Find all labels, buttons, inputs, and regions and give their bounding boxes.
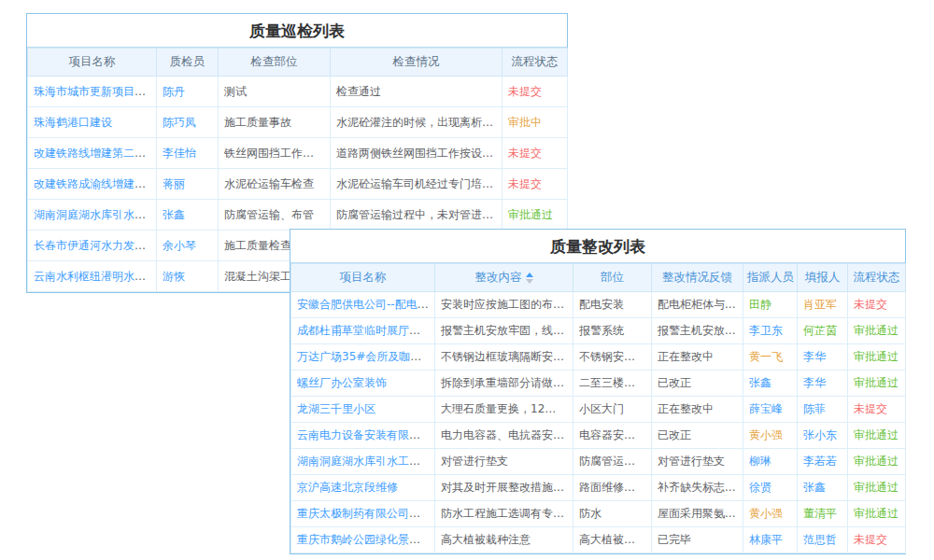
inspector-name-link-cell: 李佳怡 xyxy=(157,138,219,169)
inspection-situation-text-cell: 防腐管运输过程中，未对管进行... xyxy=(331,200,502,231)
project-name-link-cell: 龙湖三千里小区 xyxy=(291,397,435,423)
rectify-content-text: 高大植被栽种注意 xyxy=(441,533,531,546)
inspector-name-link[interactable]: 蒋丽 xyxy=(163,177,185,190)
rectify-part-text-cell: 防腐管运输... xyxy=(573,449,652,475)
status-text-cell: 审批通过 xyxy=(848,371,906,397)
rectify-part-text: 小区大门 xyxy=(579,402,624,415)
rectify-feedback-text-cell: 正在整改中 xyxy=(652,344,743,371)
project-name-link[interactable]: 重庆市鹅岭公园绿化景观提升... xyxy=(297,533,435,546)
status-text-cell: 未提交 xyxy=(848,527,906,553)
reporter-name-link-cell: 李华 xyxy=(798,371,848,397)
assignee-name-link[interactable]: 李卫东 xyxy=(749,324,783,337)
assignee-name-link-cell: 黄一飞 xyxy=(743,344,798,371)
rectify-content-text-cell: 大理石质量更换，12月31日之... xyxy=(435,397,573,423)
project-name-link[interactable]: 湖南洞庭湖水库引水工... xyxy=(34,208,156,221)
table-row: 安徽合肥供电公司--配电设备...安装时应按施工图的布置，将...配电安装配电柜… xyxy=(291,292,906,318)
rectify-content-text-cell: 防水工程施工选调有专业资质... xyxy=(435,501,573,527)
project-name-link[interactable]: 云南水利枢纽潜明水库... xyxy=(34,270,156,283)
rectify-content-text-cell: 不锈钢边框玻璃隔断安装不牢... xyxy=(435,344,573,371)
inspector-name-link-cell: 陈丹 xyxy=(157,77,219,107)
sort-descending-icon[interactable] xyxy=(526,279,533,284)
table-row: 改建铁路线增建第二线...李佳怡铁丝网围挡工作检查道路两侧铁丝网围挡工作按设计.… xyxy=(28,138,568,169)
reporter-name-link[interactable]: 张小东 xyxy=(803,428,837,441)
reporter-name-link[interactable]: 陈菲 xyxy=(803,402,826,415)
assignee-name-link[interactable]: 薛宝峰 xyxy=(749,402,783,415)
inspector-name-link-cell: 游恢 xyxy=(157,261,219,292)
rectify-content-text-cell: 对管进行垫支 xyxy=(435,449,573,475)
rectify-feedback-text: 补齐缺失标志... xyxy=(658,481,735,494)
inspection-part-text: 混凝土沟渠工 xyxy=(224,270,291,283)
inspector-name-link[interactable]: 陈丹 xyxy=(163,85,185,98)
column-header-rectify-content[interactable]: 整改内容 xyxy=(435,264,573,292)
rectify-feedback-text-cell: 补齐缺失标志... xyxy=(652,475,743,501)
project-name-link[interactable]: 重庆太极制药有限公司亳州中... xyxy=(297,507,435,520)
rectify-content-text-cell: 对其及时开展整改措施，桥头... xyxy=(435,475,573,501)
table-row: 重庆市鹅岭公园绿化景观提升...高大植被栽种注意高大植被栽种已完毕林康平范思哲未… xyxy=(291,527,906,553)
project-name-link[interactable]: 珠海市城市更新项目紫... xyxy=(34,85,156,98)
reporter-name-link[interactable]: 董清平 xyxy=(803,507,837,520)
inspector-name-link[interactable]: 陈巧凤 xyxy=(163,116,196,129)
project-name-link[interactable]: 龙湖三千里小区 xyxy=(297,402,375,415)
column-header-rectify-content-label: 整改内容 xyxy=(475,270,522,284)
project-name-link[interactable]: 湖南洞庭湖水库引水工程施工1... xyxy=(297,455,435,468)
rectify-content-text: 不锈钢边框玻璃隔断安装不牢... xyxy=(441,350,573,363)
project-name-link-cell: 湖南洞庭湖水库引水工... xyxy=(28,200,157,231)
project-name-link[interactable]: 成都杜甫草堂临时展厅独立展... xyxy=(297,324,435,337)
inspector-name-link[interactable]: 张鑫 xyxy=(163,208,185,221)
inspection-part-text-cell: 施工质量事故 xyxy=(219,107,331,138)
rectify-part-text: 报警系统 xyxy=(579,324,624,337)
inspector-name-link[interactable]: 李佳怡 xyxy=(163,147,196,160)
reporter-name-link[interactable]: 李若若 xyxy=(803,455,837,468)
rectify-part-text-cell: 小区大门 xyxy=(573,397,652,423)
inspector-name-link[interactable]: 余小琴 xyxy=(163,239,196,252)
assignee-name-link[interactable]: 徐贤 xyxy=(749,481,771,494)
rectify-part-text: 路面维修检... xyxy=(579,481,645,494)
project-name-link[interactable]: 改建铁路线增建第二线... xyxy=(34,147,156,160)
reporter-name-link-cell: 何芷茵 xyxy=(798,318,848,344)
inspection-part-text-cell: 防腐管运输、布管 xyxy=(219,200,331,231)
project-name-link[interactable]: 安徽合肥供电公司--配电设备... xyxy=(297,298,435,311)
table-row: 湖南洞庭湖水库引水工...张鑫防腐管运输、布管防腐管运输过程中，未对管进行...… xyxy=(28,200,568,231)
project-name-link[interactable]: 长春市伊通河水力发电... xyxy=(34,239,156,252)
sort-ascending-icon[interactable] xyxy=(526,273,533,277)
project-name-link[interactable]: 改建铁路成渝线增建第... xyxy=(34,177,156,190)
reporter-name-link[interactable]: 何芷茵 xyxy=(803,324,837,337)
table-row: 成都杜甫草堂临时展厅独立展...报警主机安放牢固，线缆连接...报警系统报警主机… xyxy=(291,318,906,344)
rectify-part-text: 防腐管运输... xyxy=(579,455,645,468)
assignee-name-link[interactable]: 黄小强 xyxy=(749,507,783,520)
status-text: 审批通过 xyxy=(854,376,899,389)
assignee-name-link[interactable]: 黄一飞 xyxy=(749,350,783,363)
project-name-link[interactable]: 珠海鹤港口建设 xyxy=(34,116,112,129)
column-header-reporter: 填报人 xyxy=(798,264,848,292)
inspector-name-link[interactable]: 游恢 xyxy=(163,270,185,283)
assignee-name-link[interactable]: 田静 xyxy=(749,298,771,311)
rectification-table: 项目名称 整改内容 部位 整改情况反馈 指派人员 填报人 流程状态 安徽合肥供电… xyxy=(290,263,906,553)
assignee-name-link[interactable]: 柳琳 xyxy=(749,455,771,468)
rectify-content-text: 大理石质量更换，12月31日之... xyxy=(441,402,573,415)
rectification-panel-title: 质量整改列表 xyxy=(290,230,905,263)
rectify-feedback-text-cell: 已完毕 xyxy=(652,527,743,553)
assignee-name-link[interactable]: 林康平 xyxy=(749,533,783,546)
project-name-link[interactable]: 螺丝厂办公室装饰 xyxy=(297,376,387,389)
reporter-name-link[interactable]: 范思哲 xyxy=(803,533,837,546)
reporter-name-link[interactable]: 肖亚军 xyxy=(803,298,837,311)
reporter-name-link[interactable]: 李华 xyxy=(803,376,826,389)
reporter-name-link-cell: 李若若 xyxy=(798,449,848,475)
rectify-feedback-text-cell: 对管进行垫支 xyxy=(652,449,743,475)
table-row: 云南电力设备安装有限公司20...电力电容器、电抗器安装方案,...电容器安装.… xyxy=(291,423,906,449)
assignee-name-link[interactable]: 张鑫 xyxy=(749,376,771,389)
table-row: 湖南洞庭湖水库引水工程施工1...对管进行垫支防腐管运输...对管进行垫支柳琳李… xyxy=(291,449,906,475)
project-name-link-cell: 云南水利枢纽潜明水库... xyxy=(28,261,157,292)
inspection-situation-text: 水泥砼运输车司机经过专门培训... xyxy=(336,177,502,190)
reporter-name-link-cell: 董清平 xyxy=(798,501,848,527)
project-name-link[interactable]: 万达广场35#会所及咖啡厅空... xyxy=(297,350,435,363)
project-name-link[interactable]: 云南电力设备安装有限公司20... xyxy=(297,428,435,441)
project-name-link[interactable]: 京沪高速北京段维修 xyxy=(297,481,398,494)
sort-icon[interactable] xyxy=(526,273,533,284)
rectify-feedback-text-cell: 已改正 xyxy=(652,371,743,397)
reporter-name-link-cell: 李华 xyxy=(798,344,848,371)
project-name-link-cell: 重庆市鹅岭公园绿化景观提升... xyxy=(291,527,435,553)
assignee-name-link[interactable]: 黄小强 xyxy=(749,428,783,441)
reporter-name-link[interactable]: 李华 xyxy=(803,350,826,363)
reporter-name-link[interactable]: 张鑫 xyxy=(803,481,826,494)
